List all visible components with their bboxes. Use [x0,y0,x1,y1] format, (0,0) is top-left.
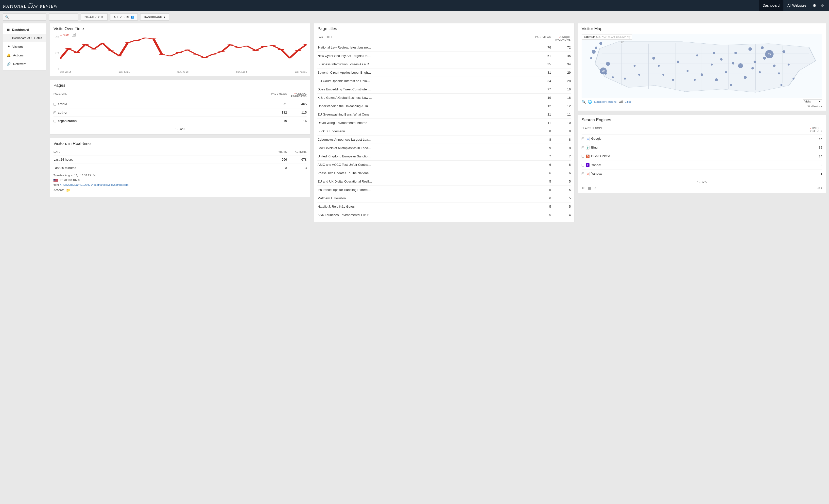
svg-point-18 [210,54,216,54]
table-row[interactable]: Phase Two Updates To The Nationa…66 [317,169,571,178]
table-row[interactable]: United Kingdom, European Sanctio…77 [317,152,571,161]
date-picker[interactable]: 2024-08-12🗓 [81,13,108,21]
card-pages: Pages PAGE URL PAGEVIEWS ▾UNIQUE PAGEVIE… [50,80,310,134]
table-row[interactable]: K & L Gates A Global Business Law …1916 [317,93,571,102]
table-row[interactable]: Buck B. Endemann88 [317,127,571,135]
col-upv[interactable]: ▾UNIQUE PAGEVIEWS [551,36,571,41]
refresh-icon[interactable]: ↻ [92,174,96,177]
view-selector[interactable]: DASHBOARD▾ [140,13,169,21]
expand-icon[interactable]: + [53,111,56,114]
map-metric-select[interactable]: Visits▾ [803,99,822,104]
sidebar-item-referrers[interactable]: 🔗Referrers [3,60,46,68]
map-bubble[interactable]: 20 [600,68,607,74]
gear-icon[interactable]: ⚙ [810,3,819,8]
map-pct: (73.6%) [596,36,606,38]
table-row[interactable]: Does Embedding Tweet Constitute …7716 [317,85,571,93]
col-visits[interactable]: VISITS [267,151,287,153]
table-row[interactable]: Last 30 minutes33 [53,164,307,172]
svg-point-16 [193,54,200,54]
sidebar-item-dashboard[interactable]: ▦Dashboard [3,25,46,34]
svg-point-20 [227,44,233,45]
nav-all-websites[interactable]: All Websites [783,0,810,11]
table-row[interactable]: Business Interruption Losses As a R…3534 [317,60,571,69]
table-row[interactable]: +article571465 [53,100,307,108]
engines-header: SEARCH ENGINE ▾UNIQUE VISITORS [582,125,822,134]
cities-link[interactable]: Cities [625,100,632,103]
export-icon[interactable]: ↗ [594,186,597,190]
table-row[interactable]: New Cyber Security Act Targets Ra…6145 [317,52,571,60]
table-row[interactable]: Cybernews Announces Largest Lea…88 [317,135,571,144]
expand-icon[interactable]: + [582,172,584,175]
table-row[interactable]: +organization1916 [53,117,307,125]
svg-point-0 [60,59,63,59]
expand-icon[interactable]: + [53,103,56,106]
table-row[interactable]: 'National Law Review: latest busine…7672 [317,43,571,52]
chart-config-icon[interactable]: ⧉ [72,33,76,37]
table-icon[interactable]: ▦ [588,186,591,190]
col-uv[interactable]: ▾UNIQUE VISITORS [803,127,822,132]
col-pv[interactable]: PAGEVIEWS [267,92,287,98]
states-link[interactable]: States (or Regions) [594,100,617,103]
from-link[interactable]: 7743b29da39a440196fb794e6bff292d.svc.dyn… [60,183,129,186]
svg-point-24 [261,46,267,47]
expand-icon[interactable]: + [582,155,584,158]
svg-point-21 [236,47,242,48]
sidebar-item-actions[interactable]: 🔔Actions [3,51,46,60]
gear-icon[interactable]: ⚙ [582,186,585,190]
table-row[interactable]: +bBing32 [582,143,822,152]
segment-selector[interactable]: ALL VISITS👥 [110,13,138,21]
expand-icon[interactable]: + [582,164,584,166]
table-row[interactable]: +DDuckDuckGo14 [582,152,822,161]
sidebar-label: Actions [13,53,24,57]
pages-header: PAGE URL PAGEVIEWS ▾UNIQUE PAGEVIEWS [53,90,307,100]
table-row[interactable]: ASIC and ACCC Test Unfair Contra…66 [317,161,571,169]
xtick: Sun, Aug 11 [294,71,307,73]
expand-icon[interactable]: + [53,120,56,122]
table-row[interactable]: Last 24 hours556678 [53,155,307,164]
page-size[interactable]: 25 ▾ [817,186,822,190]
card-realtime: Visitors in Real-time DATE VISITS ACTION… [50,138,310,197]
logout-icon[interactable]: ⎋ [819,3,826,8]
col-engine[interactable]: SEARCH ENGINE [582,127,803,132]
table-row[interactable]: EU Greenwashing Bans: What Cons…1111 [317,110,571,119]
table-row[interactable]: EU Court Upholds Interest on Unla…3428 [317,77,571,85]
table-row[interactable]: Insurance Tips for Handling Extrem…55 [317,186,571,194]
table-row[interactable]: +ЯYandex1 [582,169,822,178]
xtick: Sun, Jul 14 [60,71,71,73]
table-row[interactable]: +author132115 [53,108,307,117]
col-title[interactable]: PAGE TITLE [317,36,531,41]
sidebar-sub-klgates[interactable]: Dashboard of KLGates [3,34,46,42]
col-pv[interactable]: PAGEVIEWS [531,36,551,41]
site-selector[interactable] [49,13,78,21]
pages-pager: 1-3 of 3 [53,125,307,131]
table-row[interactable]: +YYahoo!2 [582,161,822,170]
calendar-icon: 🗓 [101,15,104,18]
table-row[interactable]: Seventh Circuit Applies Loper Brigh…3129 [317,69,571,77]
zoom-icon[interactable]: 🔍 [582,100,586,104]
col-upv[interactable]: ▾UNIQUE PAGEVIEWS [287,92,307,98]
map-bubble[interactable]: 65 [765,50,773,59]
table-row[interactable]: Natalie J. Reid K&L Gates55 [317,202,571,211]
folder-icon[interactable]: 📁 [66,188,70,192]
search-input[interactable]: 🔍 [3,13,46,21]
globe-icon[interactable]: 🌐 [588,100,592,104]
table-row[interactable]: Matthew T. Houston65 [317,194,571,202]
map-scope-select[interactable]: World-Wide ▾ [582,104,822,108]
col-url[interactable]: PAGE URL [53,92,267,98]
nav-dashboard[interactable]: Dashboard [759,0,784,11]
expand-icon[interactable]: + [582,138,584,140]
visits-line-chart[interactable]: Visits ⧉ 750 375 0 Sun, Jul 14 Sun, Jul … [53,34,307,73]
engines-footer: ⚙ ▦ ↗ 25 ▾ [582,185,822,190]
col-actions[interactable]: ACTIONS [287,151,307,153]
expand-icon[interactable]: + [582,146,584,149]
sidebar-item-visitors[interactable]: 👁Visitors [3,42,46,51]
table-row[interactable]: David Wang Environmental Attorne…1110 [317,119,571,127]
table-row[interactable]: Low Levels of Microplastics in Food…98 [317,144,571,152]
table-row[interactable]: EU and UK Digital Operational Resil…55 [317,178,571,186]
table-row[interactable]: Understanding the Unleashing AI In…1212 [317,102,571,110]
table-row[interactable]: +GGoogle165 [582,134,822,143]
table-row[interactable]: ASX Launches Environmental Futur…54 [317,211,571,219]
col-date[interactable]: DATE [53,151,267,153]
visitor-map[interactable]: 418 visits (73.6%) 174 with unknown city… [582,34,822,98]
bell-icon: 🔔 [7,53,10,57]
